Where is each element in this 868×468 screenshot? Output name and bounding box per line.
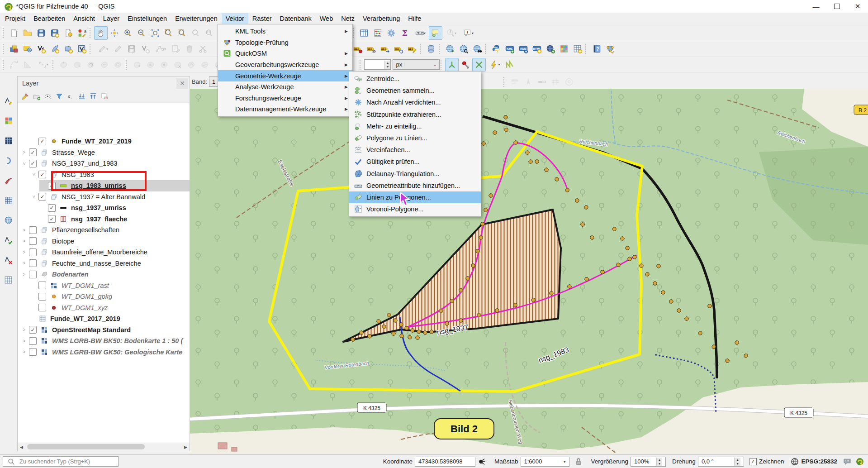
add-vector-layer-button[interactable]	[34, 42, 48, 56]
new-project-button[interactable]	[7, 26, 21, 40]
lock-scale-icon[interactable]	[574, 457, 583, 466]
layer-checkbox[interactable]	[29, 226, 37, 234]
menu-item-topologie-pr-fung[interactable]: Topologie-Prüfung	[218, 37, 352, 48]
menu-item-quickosm[interactable]: QuickOSM▶	[218, 48, 352, 59]
layer-tree-item[interactable]: >✓OpenStreetMap Standard	[18, 325, 190, 336]
layer-checkbox[interactable]	[29, 248, 37, 256]
layer-checkbox[interactable]: ✓	[29, 326, 37, 334]
layer-checkbox[interactable]	[29, 237, 37, 245]
blue-curve-icon[interactable]	[2, 154, 15, 167]
layer-checkbox[interactable]: ✓	[38, 193, 46, 201]
layer-tree-item[interactable]: >Pflanzengesellschaften	[18, 224, 190, 236]
menu-netz[interactable]: Netz	[337, 13, 359, 25]
rotation-spinner[interactable]: 0,0 °▲▼	[698, 457, 744, 467]
topological-editing-button[interactable]	[459, 58, 472, 72]
layer-tree-item[interactable]: ✓nsg_1937_umriss	[18, 202, 190, 214]
expression-filter-icon[interactable]: ε	[66, 91, 76, 101]
render-checkbox[interactable]: ✓	[749, 458, 757, 465]
grid-icon[interactable]	[2, 273, 15, 287]
colored-raster-icon[interactable]	[2, 114, 15, 128]
menu-einstellungen[interactable]: Einstellungen	[123, 13, 171, 25]
menu-bearbeiten[interactable]: Bearbeiten	[29, 13, 69, 25]
kml-add-button[interactable]: KML	[503, 42, 517, 56]
menu-raster[interactable]: Raster	[248, 13, 276, 25]
layer-tree-item[interactable]: >✓NSG_1937_und_1983	[18, 158, 190, 169]
menu-item-linien-zu-polygonen-[interactable]: Linien zu Polygonen...	[349, 191, 481, 203]
window-maximize-button[interactable]	[826, 0, 847, 13]
menu-item-forschungswerkzeuge[interactable]: Forschungswerkzeuge▶	[218, 93, 352, 104]
manage-visibility-icon[interactable]	[43, 91, 53, 101]
menu-item-geometrie-werkzeuge[interactable]: Geometrie-Werkzeuge▶	[218, 70, 352, 81]
new-shapefile-layer-button[interactable]	[75, 42, 89, 56]
save-project-as-button[interactable]	[48, 26, 62, 40]
menu-projekt[interactable]: Projekt	[1, 13, 29, 25]
dark-raster-icon[interactable]	[2, 134, 15, 148]
kmz-export-button[interactable]: KMZ	[517, 42, 530, 56]
zoom-out-button[interactable]	[135, 26, 148, 40]
menu-item-datenmanagement-werkzeuge[interactable]: Datenmanagement-Werkzeuge▶	[218, 104, 352, 115]
label-edit-button[interactable]: abc	[405, 42, 419, 56]
sum-features-button[interactable]: Σ	[398, 26, 412, 40]
layer-checkbox[interactable]: ✓	[38, 171, 46, 178]
add-wms-layer-button[interactable]	[21, 42, 34, 56]
layer-checkbox[interactable]	[29, 348, 37, 356]
layer-checkbox[interactable]: ✓	[38, 138, 46, 145]
layers-panel-scrollbar[interactable]: ◀ ▶	[18, 443, 190, 451]
add-group-icon[interactable]	[32, 91, 42, 101]
style-manager-button[interactable]: a	[75, 26, 89, 40]
python-console-button[interactable]	[489, 42, 503, 56]
menu-layer[interactable]: Layer	[99, 13, 123, 25]
menu-ansicht[interactable]: Ansicht	[69, 13, 99, 25]
menu-item-analyse-werkzeuge[interactable]: Analyse-Werkzeuge▶	[218, 81, 352, 93]
layer-tree-item[interactable]: Funde_WT_2017_2019	[18, 313, 190, 325]
map-tips-button[interactable]	[429, 26, 442, 40]
db-manager-button[interactable]	[424, 42, 438, 56]
snap-junction-button[interactable]	[445, 58, 459, 72]
layer-tree-item[interactable]: >✓NSG_1937 = Alter Bannwald	[18, 191, 190, 203]
attribute-table-button[interactable]	[357, 26, 371, 40]
zoom-full-button[interactable]	[148, 26, 162, 40]
statistics-button[interactable]	[371, 26, 384, 40]
web-search-globe-button[interactable]	[457, 42, 470, 56]
layer-checkbox[interactable]: ✓	[48, 204, 56, 212]
scroll-right-icon[interactable]: ▶	[182, 445, 190, 449]
blue-table-icon[interactable]	[2, 194, 15, 207]
datasource-manager-button[interactable]	[7, 42, 21, 56]
zoom-to-layer-button[interactable]	[162, 26, 175, 40]
label-pin-button[interactable]: abc	[351, 42, 365, 56]
save-project-button[interactable]	[34, 26, 48, 40]
menu-item-delaunay-triangulation-[interactable]: Delaunay-Triangulation...	[349, 168, 481, 180]
menu-item-st-tzpunkte-extrahieren-[interactable]: Stützpunkte extrahieren...	[349, 109, 481, 120]
menu-item-voronoi-polygone-[interactable]: Voronoi-Polygone...	[349, 203, 481, 215]
coordinate-input[interactable]: 473430,5398098	[415, 457, 475, 467]
scrollbar-thumb[interactable]	[27, 444, 145, 449]
crs-value[interactable]: EPSG:25832	[801, 458, 837, 465]
filter-legend-icon[interactable]	[54, 91, 64, 101]
menu-item-geometrien-sammeln-[interactable]: Geometrien sammeln...	[349, 85, 481, 96]
snap-vertex-button[interactable]	[472, 58, 486, 72]
menu-item-zentroide-[interactable]: Zentroide...	[349, 73, 481, 85]
menu-item-mehr-zu-einteilig-[interactable]: Mehr- zu einteilig...	[349, 120, 481, 132]
layer-checkbox[interactable]	[38, 293, 46, 301]
window-close-button[interactable]: ✕	[847, 0, 868, 13]
menu-datenbank[interactable]: Datenbank	[276, 13, 316, 25]
label-show-button[interactable]: abc	[365, 42, 378, 56]
layer-tree-item[interactable]: >WMS LGRB-BW GK50: Geologische Karte	[18, 347, 190, 358]
layer-tree-item[interactable]: WT_DGM1_rast	[18, 280, 190, 291]
layer-tree-item[interactable]: WT_DGM1_gpkg	[18, 291, 190, 302]
measure-button[interactable]: ▾	[412, 26, 429, 40]
layer-checkbox[interactable]: ✓	[29, 148, 37, 156]
layer-tree-item[interactable]: >✓Strasse_Wege	[18, 147, 190, 158]
color-grid-button[interactable]	[557, 42, 571, 56]
scroll-left-icon[interactable]: ◀	[18, 445, 25, 449]
layer-tree-item[interactable]: >WMS LGRB-BW BK50: Bodenkarte 1 : 50 (	[18, 335, 190, 347]
globe-icon[interactable]	[2, 214, 15, 227]
menu-item-vereinfachen-[interactable]: Vereinfachen...	[349, 144, 481, 156]
layer-tree-item[interactable]: >Baumfreie_offene_Moorbereiche	[18, 247, 190, 258]
vector-cross-icon[interactable]	[2, 253, 15, 267]
map-canvas[interactable]: nsg_1937 nsg_1983 Eselsstraße Vorderer R…	[189, 89, 868, 455]
menu-item-geoverarbeitungswerkzeuge[interactable]: Geoverarbeitungswerkzeuge▶	[218, 59, 352, 71]
attribute-grid-button[interactable]	[571, 42, 584, 56]
pan-to-selection-button[interactable]	[108, 26, 121, 40]
avoid-overlap-button[interactable]	[503, 58, 517, 72]
